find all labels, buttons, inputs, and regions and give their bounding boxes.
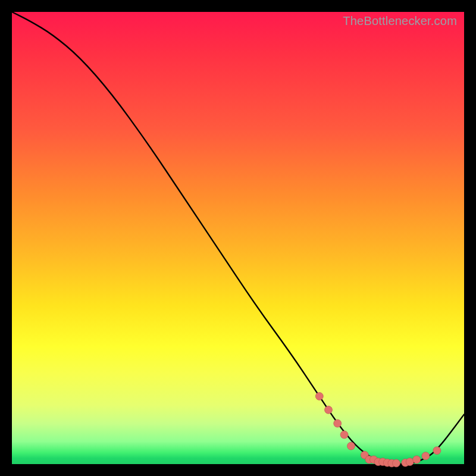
chart-svg [12,12,464,464]
data-point [340,431,348,439]
data-point [406,458,414,466]
data-point [347,442,355,450]
data-point [413,456,421,464]
data-point [393,459,400,467]
data-point [315,393,323,400]
bottleneck-curve [12,12,464,464]
data-point [422,452,430,460]
data-point [433,447,441,455]
data-points-group [315,393,441,468]
chart-frame: TheBottlenecker.com [0,0,476,476]
data-point [325,406,333,414]
data-point [334,419,342,427]
chart-plot-area: TheBottlenecker.com [12,12,464,464]
